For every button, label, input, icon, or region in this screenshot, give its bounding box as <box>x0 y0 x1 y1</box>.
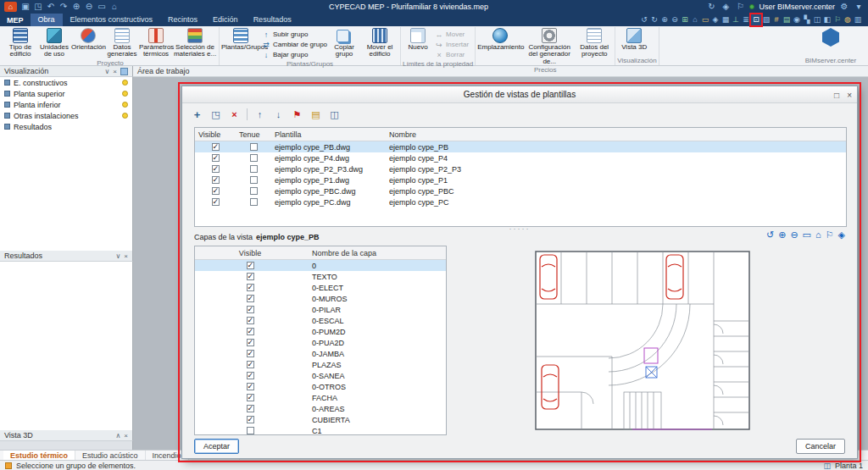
app-icon[interactable]: ⌂ <box>4 2 17 12</box>
parametros-termicos-button[interactable]: Parámetros térmicos <box>139 27 173 58</box>
tree-item[interactable]: Planta superior <box>0 88 132 99</box>
datos-del-proyecto-button[interactable]: Datos del proyecto <box>576 27 613 58</box>
tree-item[interactable]: E. constructivos <box>0 77 132 88</box>
zoom-window-icon[interactable]: ▭ <box>97 3 107 11</box>
mover-el-edificio-button[interactable]: Mover el edificio <box>361 27 398 58</box>
layer-visible-checkbox[interactable] <box>247 372 254 379</box>
layer-row[interactable]: 0-PUM2D <box>195 326 446 337</box>
tree-item[interactable]: Otras instalaciones <box>0 110 132 121</box>
layer-visible-checkbox[interactable] <box>247 350 254 357</box>
plant-grid-icon[interactable]: ◫ <box>823 462 831 470</box>
layer-visible-checkbox[interactable] <box>247 273 254 280</box>
options-icon[interactable]: ▥ <box>853 14 863 25</box>
menu-tab[interactable]: Edición <box>205 14 246 26</box>
visible-checkbox[interactable] <box>212 176 220 184</box>
measure-icon[interactable]: # <box>771 14 782 25</box>
bajar-grupo-button[interactable]: ↓ Bajar grupo <box>262 50 327 59</box>
render-icon[interactable]: ◍ <box>843 14 853 25</box>
tenue-checkbox[interactable] <box>250 187 258 195</box>
zoom-window-icon[interactable]: ▭ <box>803 229 811 241</box>
layer-visible-checkbox[interactable] <box>247 405 254 412</box>
tenue-checkbox[interactable] <box>250 154 258 162</box>
layer-row[interactable]: 0 <box>195 260 446 271</box>
flag-icon[interactable]: ⚐ <box>832 14 843 25</box>
template-views-icon[interactable]: ⊡ <box>751 14 761 25</box>
snap-icon[interactable]: ◉ <box>792 14 802 25</box>
move-down-button[interactable]: ↓ <box>272 108 285 121</box>
flag-icon[interactable]: ⚐ <box>826 229 834 241</box>
open-file-button[interactable]: ▤ <box>309 108 322 121</box>
orientacion-button[interactable]: Orientación <box>71 27 105 51</box>
layer-visible-checkbox[interactable] <box>247 394 254 401</box>
layer-visible-checkbox[interactable] <box>247 317 254 324</box>
floorplan-preview[interactable] <box>462 246 845 435</box>
flag-icon[interactable]: ⚑ <box>291 108 303 121</box>
bottom-tab[interactable]: Estudio acústico <box>75 451 146 461</box>
layer-visible-checkbox[interactable] <box>247 328 254 335</box>
layer-visible-checkbox[interactable] <box>247 262 254 269</box>
borrar-button[interactable]: × Borrar <box>435 50 469 59</box>
plantas-grupos-button[interactable]: Plantas/Grupos <box>221 27 260 51</box>
close-icon[interactable]: × <box>124 252 128 260</box>
zoom-extents-icon[interactable]: ⌂ <box>815 229 821 241</box>
sync-icon[interactable]: ↻ <box>706 3 716 11</box>
layer-visible-checkbox[interactable] <box>247 339 254 346</box>
maximize-icon[interactable]: □ <box>834 91 839 100</box>
copiar-grupo-button[interactable]: Copiar grupo <box>327 27 361 58</box>
zoom-out-icon[interactable]: ⊖ <box>790 229 798 241</box>
seleccion-materiales-button[interactable]: Selección de materiales e... <box>173 27 217 58</box>
insertar-button[interactable]: ↪ Insertar <box>435 40 469 49</box>
tree-item[interactable]: Planta inferior <box>0 99 132 110</box>
template-row[interactable]: ejemplo cype_PC.dwg ejemplo cype_PC <box>195 196 846 207</box>
tipo-de-edificio-button[interactable]: Tipo de edificio <box>3 27 37 58</box>
zoom-extents-icon[interactable]: ⌂ <box>109 3 120 11</box>
gear-icon[interactable]: ⚙ <box>839 3 849 11</box>
template-row[interactable]: ejemplo cype_P1.dwg ejemplo cype_P1 <box>195 174 846 185</box>
layer-row[interactable]: 0-ESCAL <box>195 315 446 326</box>
tenue-checkbox[interactable] <box>250 143 258 151</box>
background-icon[interactable]: ▧ <box>761 14 771 25</box>
visible-checkbox[interactable] <box>212 198 220 206</box>
visible-checkbox[interactable] <box>212 165 220 173</box>
panel-options-icon[interactable] <box>120 68 128 75</box>
current-plant-label[interactable]: Planta 1 <box>835 462 863 470</box>
template-row[interactable]: ejemplo cype_PB.dwg ejemplo cype_PB <box>195 141 846 152</box>
save-button[interactable]: ◫ <box>328 108 341 121</box>
layer-row[interactable]: 0-MUROS <box>195 293 446 304</box>
layer-row[interactable]: 0-OTROS <box>195 381 446 392</box>
object-visibility-icon[interactable]: ◈ <box>710 14 721 25</box>
lightbulb-icon[interactable] <box>122 80 128 86</box>
detail-icon[interactable]: ◈ <box>838 229 845 241</box>
zoom-in-icon[interactable]: ⊕ <box>778 229 786 241</box>
layer-row[interactable]: 0-PILAR <box>195 304 446 315</box>
collapse-icon[interactable]: ∨ <box>115 252 120 260</box>
tenue-checkbox[interactable] <box>250 198 258 206</box>
redo-icon[interactable]: ↷ <box>58 3 69 11</box>
mover-button[interactable]: ↔ Mover <box>435 30 469 39</box>
close-icon[interactable]: × <box>113 68 117 75</box>
cambiar-de-grupo-button[interactable]: ⇄ Cambiar de grupo <box>262 40 327 49</box>
layer-visible-checkbox[interactable] <box>247 284 254 291</box>
layer-visible-checkbox[interactable] <box>247 361 254 368</box>
visible-checkbox[interactable] <box>212 187 220 195</box>
layer-row[interactable]: 0-SANEA <box>195 370 446 381</box>
zoom-extents-icon[interactable]: ⌂ <box>690 14 700 25</box>
layer-visible-checkbox[interactable] <box>247 306 254 313</box>
datos-generales-button[interactable]: Datos generales <box>105 27 139 58</box>
template-row[interactable]: ejemplo cype_PBC.dwg ejemplo cype_PBC <box>195 185 846 196</box>
copy-template-button[interactable]: ◳ <box>209 108 222 121</box>
emplazamiento-button[interactable]: Emplazamiento <box>477 27 523 51</box>
bimserver-button[interactable] <box>822 27 839 47</box>
flag-icon[interactable]: ⚐ <box>735 3 745 11</box>
zoom-previous-icon[interactable]: ▭ <box>700 14 710 25</box>
unidades-de-uso-button[interactable]: Unidades de uso <box>37 27 71 58</box>
menu-tab[interactable]: Resultados <box>246 14 299 26</box>
lightbulb-icon[interactable] <box>122 91 128 97</box>
zoom-out-icon[interactable]: ⊖ <box>670 14 680 25</box>
dialog-title-bar[interactable]: Gestión de vistas de plantillas □ × <box>182 86 857 103</box>
undo-view-icon[interactable]: ↺ <box>639 14 649 25</box>
layer-row[interactable]: 0-ELECT <box>195 282 446 293</box>
layer-row[interactable]: TEXTO <box>195 271 446 282</box>
copy-icon[interactable]: ◳ <box>33 3 43 11</box>
user-label[interactable]: User BIMserver.center <box>759 3 835 11</box>
